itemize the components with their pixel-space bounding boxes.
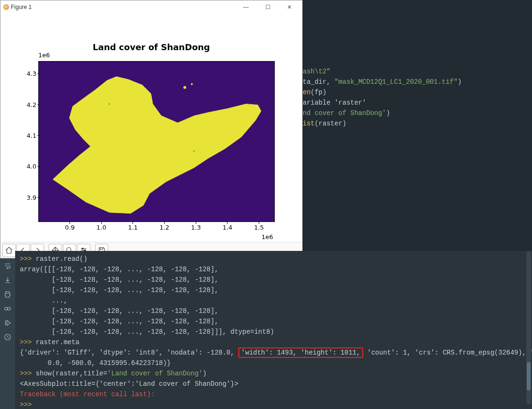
plot-area[interactable]: Land cover of ShanDong 1e6 4.34.24.14.03… (0, 14, 302, 242)
console-line: [-128, -128, -128, ..., -128, -128, -128… (20, 306, 527, 316)
console-line: {'driver': 'GTiff', 'dtype': 'int8', 'no… (20, 347, 527, 358)
python-console[interactable]: >>> raster.read()array([[[-128, -128, -1… (15, 251, 532, 409)
editor-line: nd cover of ShanDong') (303, 108, 532, 118)
console-scrollbar[interactable] (526, 251, 531, 404)
y-tick: 4.1 (26, 132, 36, 139)
y-tick: 4.2 (26, 101, 36, 108)
x-axis-exponent: 1e6 (262, 233, 273, 240)
svg-point-4 (182, 141, 183, 142)
scrollbar-thumb[interactable] (527, 362, 531, 391)
console-line: >>> raster.meta (20, 337, 527, 347)
app-icon (3, 4, 9, 10)
y-tick: 4.0 (26, 163, 36, 170)
svg-point-11 (5, 307, 8, 310)
svg-point-8 (82, 248, 83, 249)
console-line: array([[[-128, -128, -128, ..., -128, -1… (20, 264, 527, 275)
plot-title: Land cover of ShanDong (0, 42, 302, 52)
history-icon[interactable] (3, 332, 12, 342)
close-button[interactable]: ✕ (279, 1, 300, 13)
variables-icon[interactable] (3, 304, 12, 313)
console-line: [-128, -128, -128, ..., -128, -128, -128… (20, 275, 527, 285)
home-button[interactable] (2, 244, 16, 257)
editor-line: ist(raster) (303, 118, 532, 129)
console-line: [-128, -128, -128, ..., -128, -128, -128… (20, 316, 527, 327)
run-icon[interactable] (3, 318, 12, 328)
svg-point-12 (8, 307, 10, 310)
print-icon[interactable] (3, 290, 12, 299)
figure-window-title: Figure 1 (11, 4, 32, 10)
figure-window: Figure 1 — ☐ ✕ Land cover of ShanDong 1e… (0, 0, 303, 258)
x-tick: 1.5 (254, 224, 264, 231)
x-tick: 0.9 (65, 224, 75, 231)
x-tick: 1.1 (128, 224, 138, 231)
console-line: [-128, -128, -128, ..., -128, -128, -128… (20, 285, 527, 295)
console-line: [-128, -128, -128, ..., -128, -128, -128… (20, 327, 527, 337)
console-line: >>> raster.read() (20, 254, 527, 264)
console-line: <AxesSubplot:title={'center':'Land cover… (20, 379, 527, 389)
console-line: >>> (20, 400, 527, 409)
console-line: Traceback (most recent call last): (20, 389, 527, 400)
svg-point-5 (193, 150, 195, 152)
editor-line: ariable 'raster' (303, 98, 532, 108)
wrap-icon[interactable] (3, 261, 12, 271)
y-axis-exponent: 1e6 (38, 52, 50, 59)
svg-point-3 (178, 129, 180, 131)
svg-point-6 (108, 103, 110, 105)
svg-point-2 (191, 83, 193, 85)
svg-point-1 (183, 86, 186, 89)
y-tick: 4.3 (26, 70, 36, 77)
x-tick: 1.2 (159, 224, 169, 231)
editor-line: en(fp) (303, 87, 532, 98)
console-line: ..., (20, 295, 527, 306)
x-tick: 1.4 (223, 224, 233, 231)
minimize-button[interactable]: — (235, 1, 257, 13)
console-line: >>> show(raster,title='Land cover of Sha… (20, 368, 527, 379)
figure-titlebar[interactable]: Figure 1 — ☐ ✕ (0, 0, 302, 14)
editor-line: ash\t2" (303, 66, 532, 77)
activity-bar (0, 258, 15, 409)
x-tick: 1.0 (96, 224, 106, 231)
editor-visible-code: ash\t2"ta_dir, "mask_MCD12Q1_LC1_2020_00… (303, 66, 532, 129)
x-tick: 1.3 (191, 224, 201, 231)
maximize-button[interactable]: ☐ (257, 1, 279, 13)
y-tick: 3.9 (26, 194, 36, 201)
console-line: 0.0, -500.0, 4315995.64223718)} (20, 358, 527, 368)
editor-line: ta_dir, "mask_MCD12Q1_LC1_2020_001.tif") (303, 77, 532, 87)
raster-image (38, 61, 275, 222)
download-icon[interactable] (3, 276, 12, 285)
